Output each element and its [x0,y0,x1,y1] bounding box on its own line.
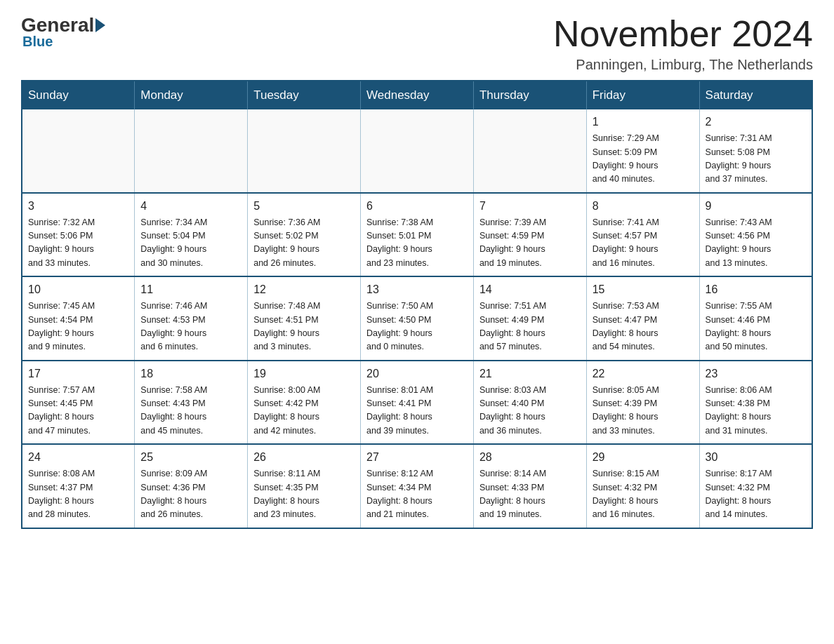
day-info: Sunrise: 8:05 AM Sunset: 4:39 PM Dayligh… [593,384,694,438]
calendar-cell: 21Sunrise: 8:03 AM Sunset: 4:40 PM Dayli… [473,361,586,445]
day-number: 3 [28,198,128,215]
calendar-cell [135,109,248,193]
day-info: Sunrise: 8:08 AM Sunset: 4:37 PM Dayligh… [28,467,128,522]
day-info: Sunrise: 7:29 AM Sunset: 5:09 PM Dayligh… [593,132,694,187]
calendar-cell: 29Sunrise: 8:15 AM Sunset: 4:32 PM Dayli… [586,444,699,528]
calendar-cell: 13Sunrise: 7:50 AM Sunset: 4:50 PM Dayli… [361,276,474,361]
day-number: 17 [28,365,128,382]
day-info: Sunrise: 7:41 AM Sunset: 4:57 PM Dayligh… [593,216,694,271]
calendar-cell: 15Sunrise: 7:53 AM Sunset: 4:47 PM Dayli… [586,276,699,361]
calendar-cell: 19Sunrise: 8:00 AM Sunset: 4:42 PM Dayli… [248,361,361,445]
calendar-header-friday: Friday [586,81,699,109]
day-info: Sunrise: 7:53 AM Sunset: 4:47 PM Dayligh… [593,300,694,354]
calendar-cell: 4Sunrise: 7:34 AM Sunset: 5:04 PM Daylig… [135,193,248,277]
calendar-cell: 25Sunrise: 8:09 AM Sunset: 4:36 PM Dayli… [135,444,248,528]
day-info: Sunrise: 7:57 AM Sunset: 4:45 PM Dayligh… [28,384,128,438]
calendar-cell: 8Sunrise: 7:41 AM Sunset: 4:57 PM Daylig… [586,193,699,277]
day-info: Sunrise: 7:50 AM Sunset: 4:50 PM Dayligh… [366,300,468,354]
day-info: Sunrise: 7:58 AM Sunset: 4:43 PM Dayligh… [140,384,241,438]
calendar-cell: 10Sunrise: 7:45 AM Sunset: 4:54 PM Dayli… [22,276,135,361]
day-info: Sunrise: 7:36 AM Sunset: 5:02 PM Dayligh… [253,216,355,271]
calendar-cell: 1Sunrise: 7:29 AM Sunset: 5:09 PM Daylig… [586,109,699,193]
calendar-week-row: 3Sunrise: 7:32 AM Sunset: 5:06 PM Daylig… [22,193,812,277]
logo: General Blue [21,14,107,50]
calendar-header-thursday: Thursday [473,81,586,109]
calendar-cell: 18Sunrise: 7:58 AM Sunset: 4:43 PM Dayli… [135,361,248,445]
day-info: Sunrise: 8:09 AM Sunset: 4:36 PM Dayligh… [140,467,241,522]
page-header: General Blue November 2024 Panningen, Li… [21,14,813,73]
day-info: Sunrise: 7:51 AM Sunset: 4:49 PM Dayligh… [479,300,581,354]
day-info: Sunrise: 7:31 AM Sunset: 5:08 PM Dayligh… [706,132,806,187]
title-section: November 2024 Panningen, Limburg, The Ne… [553,14,813,73]
calendar-cell: 16Sunrise: 7:55 AM Sunset: 4:46 PM Dayli… [699,276,812,361]
day-info: Sunrise: 7:32 AM Sunset: 5:06 PM Dayligh… [28,216,128,271]
calendar-cell: 5Sunrise: 7:36 AM Sunset: 5:02 PM Daylig… [248,193,361,277]
day-number: 14 [479,281,581,298]
day-number: 12 [253,281,355,298]
calendar-cell: 14Sunrise: 7:51 AM Sunset: 4:49 PM Dayli… [473,276,586,361]
day-number: 25 [140,449,241,466]
day-info: Sunrise: 8:15 AM Sunset: 4:32 PM Dayligh… [593,467,694,522]
calendar-cell: 6Sunrise: 7:38 AM Sunset: 5:01 PM Daylig… [361,193,474,277]
calendar-cell [248,109,361,193]
day-number: 19 [253,365,355,382]
calendar-cell: 20Sunrise: 8:01 AM Sunset: 4:41 PM Dayli… [361,361,474,445]
calendar-cell: 11Sunrise: 7:46 AM Sunset: 4:53 PM Dayli… [135,276,248,361]
logo-blue-text: Blue [21,34,53,50]
day-number: 6 [366,198,468,215]
day-number: 11 [140,281,241,298]
day-info: Sunrise: 7:55 AM Sunset: 4:46 PM Dayligh… [706,300,806,354]
day-number: 21 [479,365,581,382]
calendar-header-saturday: Saturday [699,81,812,109]
calendar-week-row: 10Sunrise: 7:45 AM Sunset: 4:54 PM Dayli… [22,276,812,361]
day-number: 1 [593,114,694,130]
day-info: Sunrise: 7:45 AM Sunset: 4:54 PM Dayligh… [28,300,128,354]
calendar-cell: 2Sunrise: 7:31 AM Sunset: 5:08 PM Daylig… [699,109,812,193]
calendar-header-row: SundayMondayTuesdayWednesdayThursdayFrid… [22,81,812,109]
day-number: 26 [253,449,355,466]
day-number: 18 [140,365,241,382]
calendar-cell: 27Sunrise: 8:12 AM Sunset: 4:34 PM Dayli… [361,444,474,528]
day-number: 13 [366,281,468,298]
calendar-cell: 28Sunrise: 8:14 AM Sunset: 4:33 PM Dayli… [473,444,586,528]
day-info: Sunrise: 7:43 AM Sunset: 4:56 PM Dayligh… [706,216,806,271]
day-info: Sunrise: 8:11 AM Sunset: 4:35 PM Dayligh… [253,467,355,522]
calendar-cell [361,109,474,193]
calendar-cell: 23Sunrise: 8:06 AM Sunset: 4:38 PM Dayli… [699,361,812,445]
location-title: Panningen, Limburg, The Netherlands [553,57,813,73]
day-number: 16 [706,281,806,298]
calendar-cell: 22Sunrise: 8:05 AM Sunset: 4:39 PM Dayli… [586,361,699,445]
calendar-cell: 17Sunrise: 7:57 AM Sunset: 4:45 PM Dayli… [22,361,135,445]
calendar-header-wednesday: Wednesday [361,81,474,109]
day-info: Sunrise: 7:46 AM Sunset: 4:53 PM Dayligh… [140,300,241,354]
calendar-cell: 24Sunrise: 8:08 AM Sunset: 4:37 PM Dayli… [22,444,135,528]
day-info: Sunrise: 7:48 AM Sunset: 4:51 PM Dayligh… [253,300,355,354]
calendar-table: SundayMondayTuesdayWednesdayThursdayFrid… [21,80,813,529]
calendar-header-tuesday: Tuesday [248,81,361,109]
day-number: 29 [593,449,694,466]
calendar-cell: 12Sunrise: 7:48 AM Sunset: 4:51 PM Dayli… [248,276,361,361]
calendar-cell: 30Sunrise: 8:17 AM Sunset: 4:32 PM Dayli… [699,444,812,528]
day-info: Sunrise: 8:06 AM Sunset: 4:38 PM Dayligh… [706,384,806,438]
day-info: Sunrise: 7:39 AM Sunset: 4:59 PM Dayligh… [479,216,581,271]
day-info: Sunrise: 8:01 AM Sunset: 4:41 PM Dayligh… [366,384,468,438]
day-number: 5 [253,198,355,215]
calendar-cell: 3Sunrise: 7:32 AM Sunset: 5:06 PM Daylig… [22,193,135,277]
day-info: Sunrise: 8:03 AM Sunset: 4:40 PM Dayligh… [479,384,581,438]
day-info: Sunrise: 7:38 AM Sunset: 5:01 PM Dayligh… [366,216,468,271]
day-number: 2 [706,114,806,130]
calendar-header-monday: Monday [135,81,248,109]
day-number: 7 [479,198,581,215]
day-info: Sunrise: 8:14 AM Sunset: 4:33 PM Dayligh… [479,467,581,522]
day-number: 8 [593,198,694,215]
calendar-cell: 9Sunrise: 7:43 AM Sunset: 4:56 PM Daylig… [699,193,812,277]
calendar-week-row: 1Sunrise: 7:29 AM Sunset: 5:09 PM Daylig… [22,109,812,193]
day-number: 20 [366,365,468,382]
day-number: 15 [593,281,694,298]
day-info: Sunrise: 7:34 AM Sunset: 5:04 PM Dayligh… [140,216,241,271]
day-number: 30 [706,449,806,466]
day-number: 10 [28,281,128,298]
calendar-header-sunday: Sunday [22,81,135,109]
logo-triangle-icon [95,18,105,32]
calendar-cell [473,109,586,193]
